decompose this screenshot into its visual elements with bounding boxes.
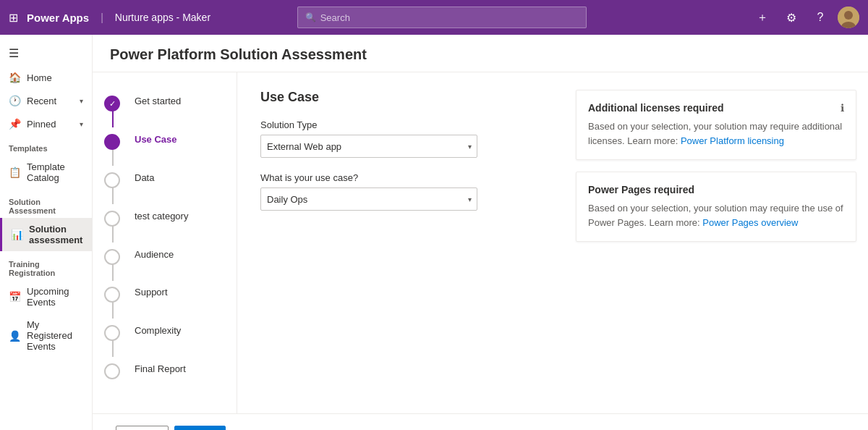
- step-item-final-report: Final Report: [104, 358, 225, 396]
- use-case-wrapper: Daily Ops Customer Engagement Field Serv…: [260, 187, 477, 211]
- sidebar-item-template-catalog[interactable]: 📋 Template Catalog: [0, 156, 92, 189]
- sidebar-item-template-catalog-label: Template Catalog: [27, 161, 83, 183]
- sidebar-item-pinned[interactable]: 📌 Pinned ▾: [0, 112, 92, 135]
- step-item-test-category: test category: [104, 205, 225, 243]
- registered-events-icon: 👤: [9, 330, 21, 342]
- add-button[interactable]: ＋: [751, 6, 774, 29]
- step-item-complexity: Complexity: [104, 319, 225, 358]
- step-label-support: Support: [135, 281, 168, 299]
- recent-icon: 🕐: [9, 95, 21, 106]
- app-body: ☰ 🏠 Home 🕐 Recent ▾ 📌 Pinned ▾ Templates…: [0, 35, 868, 430]
- step-circle-final-report: [104, 363, 120, 379]
- solution-type-wrapper: External Web app Internal App Portal Aut…: [260, 135, 477, 158]
- search-input[interactable]: [320, 12, 579, 23]
- sidebar-item-upcoming-events[interactable]: 📅 Upcoming Events: [0, 280, 92, 313]
- info-card-licenses: Additional licenses required ℹ Based on …: [576, 90, 856, 160]
- nav-actions: ＋ ⚙ ?: [751, 6, 859, 29]
- step-circle-get-started: ✓: [104, 96, 120, 111]
- svg-point-1: [844, 11, 853, 20]
- step-circle-support: [104, 287, 120, 303]
- solution-assessment-section-header: Solution Assessment: [0, 189, 92, 218]
- step-item-data: Data: [104, 166, 225, 205]
- form-panel: Use Case Solution Type External Web app …: [237, 72, 564, 413]
- step-item-support: Support: [104, 281, 225, 319]
- step-item-use-case: Use Case: [104, 128, 225, 166]
- sidebar-item-registered-events-label: My Registered Events: [27, 319, 83, 352]
- templates-section-header: Templates: [0, 135, 92, 156]
- use-case-field: What is your use case? Daily Ops Custome…: [260, 172, 541, 211]
- pinned-icon: 📌: [9, 118, 21, 130]
- page-header: Power Platform Solution Assessment: [93, 35, 868, 72]
- pinned-chevron-icon: ▾: [80, 120, 83, 128]
- sidebar-item-pinned-label: Pinned: [27, 119, 56, 130]
- step-circle-complexity: [104, 325, 120, 341]
- step-label-data: Data: [135, 166, 154, 185]
- solution-type-label: Solution Type: [260, 119, 541, 130]
- step-circle-test-category: [104, 211, 120, 227]
- hamburger-menu[interactable]: ☰: [0, 41, 92, 66]
- step-circle-audience: [104, 249, 120, 265]
- back-button[interactable]: Back: [116, 426, 169, 430]
- use-case-select[interactable]: Daily Ops Customer Engagement Field Serv…: [260, 187, 477, 211]
- sidebar-item-home-label: Home: [27, 72, 52, 83]
- catalog-icon: 📋: [9, 166, 21, 178]
- sidebar-item-home[interactable]: 🏠 Home: [0, 66, 92, 89]
- form-section-title: Use Case: [260, 90, 541, 105]
- footer-actions: Back Next: [93, 413, 868, 430]
- help-button[interactable]: ?: [809, 6, 832, 29]
- step-item-audience: Audience: [104, 243, 225, 282]
- step-label-final-report: Final Report: [135, 358, 186, 376]
- app-name: Nurture apps - Maker: [115, 12, 210, 23]
- main-content: Power Platform Solution Assessment ✓ Get…: [93, 35, 868, 430]
- solution-type-select[interactable]: External Web app Internal App Portal Aut…: [260, 135, 477, 158]
- step-label-get-started: Get started: [135, 90, 181, 108]
- info-card-power-pages-link[interactable]: Power Pages overview: [702, 217, 798, 228]
- step-circle-data: [104, 172, 120, 188]
- info-card-power-pages-title: Power Pages required: [588, 184, 844, 195]
- step-circle-use-case: [104, 134, 120, 150]
- search-bar: 🔍: [297, 7, 587, 28]
- sidebar: ☰ 🏠 Home 🕐 Recent ▾ 📌 Pinned ▾ Templates…: [0, 35, 93, 430]
- training-section-header: Training Registration: [0, 251, 92, 280]
- step-label-audience: Audience: [135, 243, 174, 261]
- info-card-licenses-link[interactable]: Power Platform licensing: [681, 135, 784, 146]
- sidebar-item-solution-assessment[interactable]: 📊 Solution assessment: [0, 218, 92, 251]
- step-item-get-started: ✓ Get started: [104, 90, 225, 128]
- brand-name: Power Apps: [27, 12, 89, 24]
- sidebar-item-recent-label: Recent: [27, 96, 56, 106]
- search-icon: 🔍: [305, 12, 316, 22]
- nav-divider: |: [101, 12, 103, 23]
- avatar[interactable]: [838, 7, 859, 28]
- sidebar-item-solution-assessment-label: Solution assessment: [29, 224, 83, 245]
- info-card-power-pages: Power Pages required Based on your selec…: [576, 172, 856, 242]
- step-label-use-case: Use Case: [135, 128, 177, 146]
- grid-icon[interactable]: ⊞: [9, 11, 18, 25]
- use-case-label: What is your use case?: [260, 172, 541, 183]
- page-title: Power Platform Solution Assessment: [110, 46, 851, 63]
- next-button[interactable]: Next: [174, 426, 226, 430]
- step-label-complexity: Complexity: [135, 319, 181, 337]
- info-card-licenses-text: Based on your selection, your solution m…: [588, 119, 844, 148]
- sidebar-item-recent[interactable]: 🕐 Recent ▾: [0, 89, 92, 112]
- sidebar-item-upcoming-events-label: Upcoming Events: [27, 286, 83, 308]
- step-label-test-category: test category: [135, 205, 188, 223]
- home-icon: 🏠: [9, 72, 21, 83]
- checkmark-icon: ✓: [109, 99, 116, 109]
- recent-chevron-icon: ▾: [80, 97, 83, 105]
- sidebar-item-registered-events[interactable]: 👤 My Registered Events: [0, 313, 92, 358]
- top-navigation: ⊞ Power Apps | Nurture apps - Maker 🔍 ＋ …: [0, 0, 868, 35]
- upcoming-events-icon: 📅: [9, 291, 21, 303]
- content-area: ✓ Get started Use Case: [93, 72, 868, 413]
- solution-assessment-icon: 📊: [11, 229, 23, 240]
- info-card-licenses-title: Additional licenses required: [588, 102, 724, 114]
- settings-button[interactable]: ⚙: [780, 6, 803, 29]
- info-panel: Additional licenses required ℹ Based on …: [564, 72, 868, 413]
- solution-type-field: Solution Type External Web app Internal …: [260, 119, 541, 158]
- info-card-power-pages-text: Based on your selection, your solution m…: [588, 201, 844, 229]
- steps-panel: ✓ Get started Use Case: [93, 72, 237, 413]
- info-card-licenses-icon: ℹ: [841, 102, 844, 114]
